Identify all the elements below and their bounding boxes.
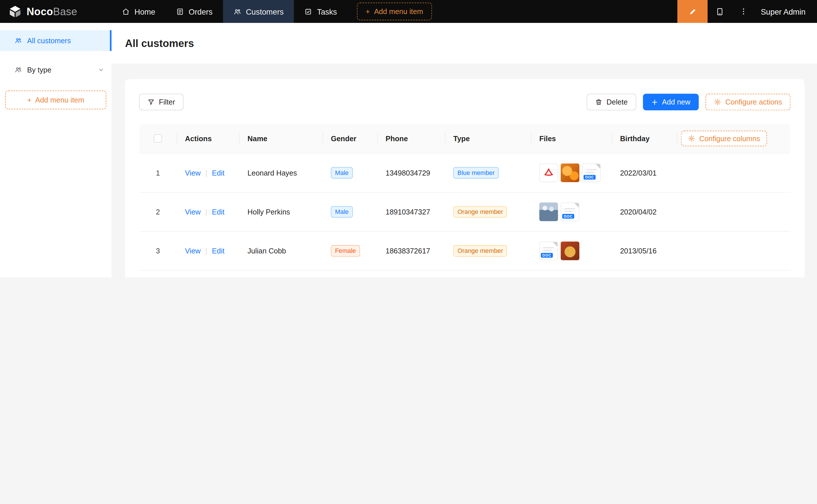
phone-value: 13498034729 xyxy=(377,153,445,192)
customer-name: Yvette Gross xyxy=(239,271,323,277)
orders-icon xyxy=(176,7,184,15)
delete-button[interactable]: Delete xyxy=(587,94,636,110)
table-body: 1 View | Edit Leonard Hayes Male 1349803… xyxy=(139,153,790,277)
image-file-thumbnail[interactable] xyxy=(561,241,579,260)
view-link[interactable]: View xyxy=(185,247,201,255)
customers-icon xyxy=(233,7,241,15)
doc-file-thumbnail[interactable]: DOC xyxy=(582,164,600,182)
image-file-thumbnail[interactable] xyxy=(539,202,558,221)
column-header-type: Type xyxy=(445,124,531,153)
table-header: Actions Name Gender Phone Type Files Bir… xyxy=(139,124,790,154)
phone-value: 18638372617 xyxy=(377,232,445,270)
gender-tag: Male xyxy=(331,167,353,178)
phone-value: 13257489038 xyxy=(377,271,445,277)
sidebar-menu: All customers By type xyxy=(0,30,111,80)
gender-tag: Male xyxy=(331,206,353,218)
files-list: DOC xyxy=(531,153,612,192)
content-area: Filter Delete xyxy=(111,64,817,277)
files-list: DOC xyxy=(531,271,612,277)
view-link[interactable]: View xyxy=(185,208,201,216)
table-row: 1 View | Edit Leonard Hayes Male 1349803… xyxy=(139,153,790,192)
column-header-name: Name xyxy=(239,124,323,153)
doc-file-thumbnail[interactable]: DOC xyxy=(539,241,558,260)
table-row: 4 View | Edit Yvette Gross Male 13257489… xyxy=(139,271,790,277)
gear-icon xyxy=(714,99,721,106)
configure-actions-button[interactable]: Configure actions xyxy=(706,94,790,110)
nav-item-home[interactable]: Home xyxy=(111,0,166,23)
nav-item-customers[interactable]: Customers xyxy=(223,0,294,23)
add-menu-item-button[interactable]: + Add menu item xyxy=(357,3,432,20)
select-all-checkbox[interactable] xyxy=(154,134,162,143)
edit-link[interactable]: Edit xyxy=(212,247,225,255)
page-title: All customers xyxy=(125,37,194,49)
home-icon xyxy=(122,7,129,15)
filter-button[interactable]: Filter xyxy=(139,94,183,110)
gear-icon xyxy=(688,135,695,142)
mobile-preview-button[interactable] xyxy=(708,0,732,23)
sidebar-add-menu-item-button[interactable]: + Add menu item xyxy=(5,90,106,109)
type-tag: Blue member xyxy=(453,167,499,178)
add-new-button[interactable]: Add new xyxy=(643,94,699,110)
table-toolbar: Filter Delete xyxy=(139,94,790,110)
edit-link[interactable]: Edit xyxy=(212,208,225,216)
sidebar-item-all-customers[interactable]: All customers xyxy=(0,30,111,51)
customers-table: Actions Name Gender Phone Type Files Bir… xyxy=(139,124,790,277)
nav-item-tasks[interactable]: Tasks xyxy=(294,0,347,23)
row-index: 3 xyxy=(156,247,160,255)
column-header-configure: Configure columns xyxy=(677,124,790,153)
view-link[interactable]: View xyxy=(185,169,201,177)
main-area: All customers Filter xyxy=(111,23,817,277)
header-right: Super Admin xyxy=(678,0,817,23)
top-navbar: NocoBase Home Orders Customers xyxy=(0,0,817,23)
page-header: All customers xyxy=(111,23,817,64)
filter-icon xyxy=(147,99,154,106)
nocobase-logo[interactable]: NocoBase xyxy=(0,0,111,23)
row-index: 1 xyxy=(156,169,160,177)
user-name[interactable]: Super Admin xyxy=(756,0,817,23)
kebab-icon xyxy=(739,7,748,15)
main-nav: Home Orders Customers Tasks xyxy=(111,0,432,23)
birthday-value: 2022/04/06 xyxy=(612,271,677,277)
user-group-icon xyxy=(15,37,22,44)
customer-name: Leonard Hayes xyxy=(239,153,323,192)
customer-name: Holly Perkins xyxy=(239,193,323,231)
toolbar-right: Delete Add new xyxy=(587,94,791,110)
sidebar: All customers By type + Add menu item xyxy=(0,23,111,277)
sidebar-item-by-type[interactable]: By type xyxy=(0,59,111,80)
trash-icon xyxy=(595,99,602,106)
birthday-value: 2013/05/16 xyxy=(612,232,677,270)
nav-item-orders[interactable]: Orders xyxy=(166,0,223,23)
column-header-select xyxy=(139,124,176,153)
edit-link[interactable]: Edit xyxy=(212,169,225,177)
pdf-file-thumbnail[interactable] xyxy=(539,164,558,182)
birthday-value: 2020/04/02 xyxy=(612,193,677,231)
link-divider: | xyxy=(205,247,207,255)
files-list: DOC xyxy=(531,193,612,231)
row-index: 2 xyxy=(156,208,160,216)
customers-table-card: Filter Delete xyxy=(125,79,804,277)
column-header-birthday: Birthday xyxy=(612,124,677,153)
pen-icon xyxy=(688,7,697,16)
column-header-files: Files xyxy=(531,124,612,153)
cube-logo-icon xyxy=(8,5,22,18)
customer-name: Julian Cobb xyxy=(239,232,323,270)
link-divider: | xyxy=(205,169,207,177)
doc-file-thumbnail[interactable]: DOC xyxy=(561,202,579,221)
table-row: 2 View | Edit Holly Perkins Male 1891034… xyxy=(139,193,790,232)
user-group-icon xyxy=(15,66,22,73)
type-tag: Orange member xyxy=(453,206,507,218)
files-list: DOC xyxy=(531,232,612,270)
tasks-icon xyxy=(305,7,312,15)
plus-icon xyxy=(651,99,658,105)
birthday-value: 2022/03/01 xyxy=(612,153,677,192)
brand-text: NocoBase xyxy=(27,5,77,17)
tablet-icon xyxy=(715,7,724,16)
chevron-down-icon xyxy=(98,67,104,73)
image-file-thumbnail[interactable] xyxy=(561,164,579,182)
column-header-gender: Gender xyxy=(323,124,377,153)
ui-editor-button[interactable] xyxy=(678,0,708,23)
phone-value: 18910347327 xyxy=(377,193,445,231)
more-menu-button[interactable] xyxy=(732,0,756,23)
gender-tag: Female xyxy=(331,245,360,257)
configure-columns-button[interactable]: Configure columns xyxy=(681,131,767,146)
